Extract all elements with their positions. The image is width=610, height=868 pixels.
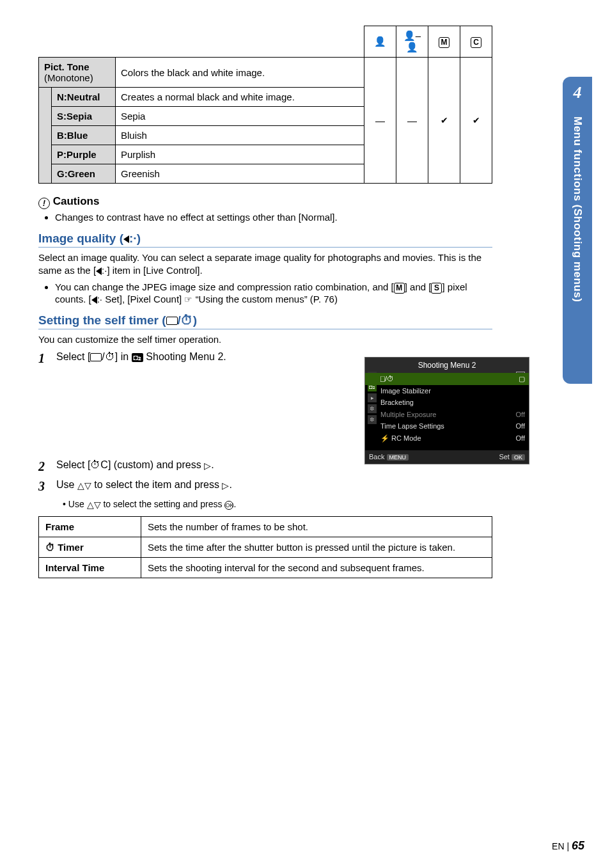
right-arrow-icon [222,480,229,491]
drive-icon [166,317,178,325]
col-single-dash: ― [364,58,396,184]
side-tab-text: Menu functions (Shooting menus) [571,116,584,302]
caution-icon: ! [38,198,50,209]
self-timer-intro: You can customize the self timer operati… [38,333,492,346]
side-tab: 4 Menu functions (Shooting menus) [563,77,592,384]
shooting-menu-2-icon: ◘₂ [132,353,143,362]
col-c-check: ✔ [460,58,492,184]
drive-icon [90,353,102,361]
step-3-sub: Use to select the setting and press OK. [63,499,492,510]
shooting-menu-screenshot: Shooting Menu 2 ◘ ◘₂ ▸ ✲ ✲ ⎕/⏱▢ Image St… [364,357,529,464]
pict-tone-desc: Colors the black and white image. [116,58,364,88]
self-timer-params-table: Frame Sets the number of frames to be sh… [38,516,492,578]
row-sepia-desc: Sepia [116,107,364,126]
cautions-heading: ! Cautions [38,195,492,209]
param-frame: Frame [39,516,141,537]
param-interval: Interval Time [39,557,141,578]
col-single-icon: 👤 [364,26,396,58]
row-blue: B:Blue [52,126,116,145]
image-quality-heading: Image quality (:·) [38,232,492,248]
param-interval-desc: Sets the shooting interval for the secon… [141,557,492,578]
step-3: 3 Use to select the item and press . [38,479,492,494]
menu-footer: Back MENU Set OK [365,450,529,464]
chapter-number: 4 [566,82,589,105]
row-purple: P:Purple [52,145,116,164]
right-arrow-icon [204,461,211,471]
menu-title: Shooting Menu 2 [365,358,529,373]
menu-item-bracketing: Bracketing [365,397,529,409]
menu-item-rcmode: ⚡ RC ModeOff [365,432,529,445]
col-group-icon: 👤–👤 [396,26,428,58]
ok-button-icon: OK [224,501,233,510]
menu-item-multiexp: Multiple ExposureOff [365,409,529,421]
image-quality-note: You can change the JPEG image size and c… [55,281,492,304]
param-timer-desc: Sets the time after the shutter button i… [141,537,492,557]
down-arrow-icon [84,480,91,491]
page-footer: EN | 65 [552,839,584,853]
param-frame-desc: Sets the number of frames to be shot. [141,516,492,537]
pict-tone-header: Pict. Tone (Monotone) [39,58,116,88]
col-c-icon: C [460,26,492,58]
row-sepia: S:Sepia [52,107,116,126]
row-green: G:Green [52,164,116,184]
pict-tone-table: 👤 👤–👤 M C Pict. Tone (Monotone) Colors t… [38,26,492,184]
col-m-check: ✔ [428,58,460,184]
pointer-icon: ☞ [184,294,192,304]
menu-item-stabilizer: Image Stabilizer [365,385,529,397]
up-arrow-icon [77,480,84,491]
menu-item-drive: ⎕/⏱▢ [365,373,529,385]
row-neutral: N:Neutral [52,88,116,107]
row-blue-desc: Bluish [116,126,364,145]
caution-text: Changes to contrast have no effect at se… [55,212,492,223]
menu-item-timelapse: Time Lapse SettingsOff [365,420,529,432]
col-m-icon: M [428,26,460,58]
image-quality-body: Select an image quality. You can select … [38,251,492,278]
record-mode-icon [123,235,129,243]
row-neutral-desc: Creates a normal black and white image. [116,88,364,107]
row-green-desc: Greenish [116,164,364,184]
param-timer: ⏱ Timer [39,537,141,557]
col-group-dash: ― [396,58,428,184]
row-purple-desc: Purplish [116,145,364,164]
self-timer-heading: Setting the self timer (/⏱) [38,313,492,329]
